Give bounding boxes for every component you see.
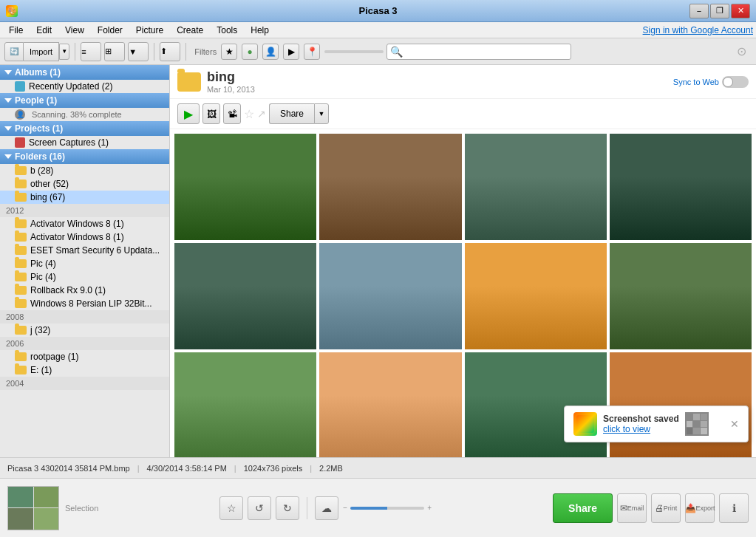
sync-toggle[interactable] xyxy=(722,76,749,88)
zoom-plus[interactable]: + xyxy=(427,504,432,512)
photo-cell-7[interactable] xyxy=(610,243,752,349)
menu-edit[interactable]: Edit xyxy=(30,24,58,37)
minimize-button[interactable]: − xyxy=(689,4,709,18)
restore-button[interactable]: ❐ xyxy=(710,4,729,18)
zoom-controls: − + xyxy=(343,504,432,512)
photo-cell-5[interactable] xyxy=(319,243,461,349)
menu-folder[interactable]: Folder xyxy=(92,24,129,37)
import-button[interactable]: Import xyxy=(24,42,59,61)
import-icon-btn[interactable]: 🔄 xyxy=(4,42,24,61)
folder-rootpage-label: rootpage (1) xyxy=(30,352,78,362)
folder-other-icon xyxy=(15,179,27,188)
sidebar-item-pic2[interactable]: Pic (4) xyxy=(0,270,169,284)
export-btn[interactable]: 📤 Export xyxy=(685,493,715,523)
export-label: Export xyxy=(696,504,715,512)
filter-green-btn[interactable]: ● xyxy=(242,44,258,60)
import-dropdown-arrow[interactable]: ▼ xyxy=(59,44,69,60)
sidebar-item-bing[interactable]: bing (67) xyxy=(0,191,169,204)
sidebar-item-recently-updated[interactable]: Recently Updated (2) xyxy=(0,80,169,93)
list-view-button[interactable]: ≡ xyxy=(81,42,101,61)
menu-file[interactable]: File xyxy=(3,24,29,37)
sidebar-item-windows8[interactable]: Windows 8 Persian LIP 32Bit... xyxy=(0,297,169,310)
star-filter-btn[interactable]: ☆ xyxy=(219,496,243,520)
toolbar-separator-3 xyxy=(185,43,186,61)
collage-btn[interactable]: 🖼 xyxy=(202,103,220,124)
photo-cell-2[interactable] xyxy=(465,134,607,240)
menu-picture[interactable]: Picture xyxy=(130,24,169,37)
grid-view-button[interactable]: ⊞ xyxy=(104,42,125,61)
toast-close-btn[interactable]: ✕ xyxy=(730,418,739,430)
email-btn[interactable]: ✉ Email xyxy=(617,493,647,523)
close-button[interactable]: ✕ xyxy=(731,4,750,18)
photo-cell-3[interactable] xyxy=(610,134,752,240)
title-bar: 🎨 Picasa 3 − ❐ ✕ xyxy=(0,0,756,22)
photo-cell-6[interactable] xyxy=(465,243,607,349)
sidebar-item-j[interactable]: j (32) xyxy=(0,324,169,337)
toolbar: 🔄 Import ▼ ≡ ⊞ ▼ ⬆ Filters ★ ● 👤 ▶ 📍 🔍 ⊙ xyxy=(0,38,756,65)
sidebar-item-pic1[interactable]: Pic (4) xyxy=(0,257,169,270)
share-big-button[interactable]: Share xyxy=(553,493,613,523)
upload-cloud-btn[interactable]: ☁ xyxy=(315,496,338,520)
filter-video-btn[interactable]: ▶ xyxy=(283,44,299,60)
folder-other-label: other (52) xyxy=(30,179,69,189)
sidebar-item-e[interactable]: E: (1) xyxy=(0,363,169,377)
thumbnail-strip xyxy=(7,486,59,530)
sidebar-item-b[interactable]: b (28) xyxy=(0,164,169,177)
folder-pic2-icon xyxy=(15,273,27,281)
year-2006: 2006 xyxy=(0,337,169,350)
rotate-right-btn[interactable]: ↻ xyxy=(276,496,299,520)
sidebar-item-rollback[interactable]: Rollback Rx 9.0 (1) xyxy=(0,284,169,297)
upload-button[interactable]: ⬆ xyxy=(160,42,180,61)
info-btn[interactable]: ℹ xyxy=(719,493,749,523)
view-dropdown[interactable]: ▼ xyxy=(128,42,149,61)
menu-tools[interactable]: Tools xyxy=(211,24,243,37)
share-arrow-btn[interactable]: ▼ xyxy=(314,103,329,124)
photo-cell-4[interactable] xyxy=(174,243,316,349)
filter-geo-btn[interactable]: 📍 xyxy=(304,44,320,60)
menu-help[interactable]: Help xyxy=(245,24,275,37)
geo-btn[interactable]: ↗ xyxy=(257,108,266,120)
play-slideshow-btn[interactable]: ▶ xyxy=(177,103,200,124)
sidebar-folders-header[interactable]: Folders (16) xyxy=(0,149,169,164)
menu-create[interactable]: Create xyxy=(171,24,209,37)
photo-cell-1[interactable] xyxy=(319,134,461,240)
sidebar-item-other[interactable]: other (52) xyxy=(0,177,169,191)
sidebar-item-screen-captures[interactable]: Screen Captures (1) xyxy=(0,136,169,149)
search-box[interactable]: 🔍 xyxy=(386,44,571,60)
sidebar-albums-header[interactable]: Albums (1) xyxy=(0,65,169,80)
sidebar-item-rootpage[interactable]: rootpage (1) xyxy=(0,350,169,363)
projects-label: Projects (1) xyxy=(15,123,63,134)
filter-slider[interactable] xyxy=(324,50,384,53)
sidebar: Albums (1) Recently Updated (2) People (… xyxy=(0,65,170,457)
share-button[interactable]: Share xyxy=(269,103,314,124)
app-title: Picasa 3 xyxy=(0,5,756,16)
sidebar-item-eset[interactable]: ESET Smart Security 6 Updata... xyxy=(0,244,169,257)
search-icon[interactable]: 🔍 xyxy=(390,46,403,58)
search-input[interactable] xyxy=(404,47,568,56)
movie-btn[interactable]: 📽 xyxy=(223,103,241,124)
rotate-left-btn[interactable]: ↺ xyxy=(248,496,271,520)
zoom-slider[interactable] xyxy=(350,507,424,510)
photo-cell-0[interactable] xyxy=(174,134,316,240)
star-btn[interactable]: ☆ xyxy=(244,107,254,121)
filter-star-btn[interactable]: ★ xyxy=(221,44,237,60)
print-btn[interactable]: 🖨 Print xyxy=(651,493,681,523)
signin-link[interactable]: Sign in with Google Account xyxy=(643,25,753,35)
bottom-sep-1 xyxy=(307,497,307,519)
filter-person-btn[interactable]: 👤 xyxy=(262,44,279,60)
sync-to-web[interactable]: Sync to Web xyxy=(673,76,749,88)
sidebar-item-activator2[interactable]: Activator Windows 8 (1) xyxy=(0,230,169,244)
photo-cell-9[interactable] xyxy=(319,352,461,457)
folder-eset-icon xyxy=(15,246,27,255)
folders-collapse-icon xyxy=(4,154,12,159)
info-icon: ℹ xyxy=(732,502,736,514)
zoom-minus[interactable]: − xyxy=(343,504,347,512)
menu-view[interactable]: View xyxy=(59,24,90,37)
folder-bing-icon xyxy=(15,193,27,202)
bottom-toolbar: Selection ☆ ↺ ↻ ☁ − + Share ✉ Email 🖨 Pr… xyxy=(0,478,756,537)
photo-cell-8[interactable] xyxy=(174,352,316,457)
screenshot-toast[interactable]: Screenshot saved click to view ✕ xyxy=(564,406,749,442)
sidebar-item-activator1[interactable]: Activator Windows 8 (1) xyxy=(0,217,169,230)
sidebar-people-header[interactable]: People (1) xyxy=(0,93,169,108)
sidebar-projects-header[interactable]: Projects (1) xyxy=(0,121,169,136)
